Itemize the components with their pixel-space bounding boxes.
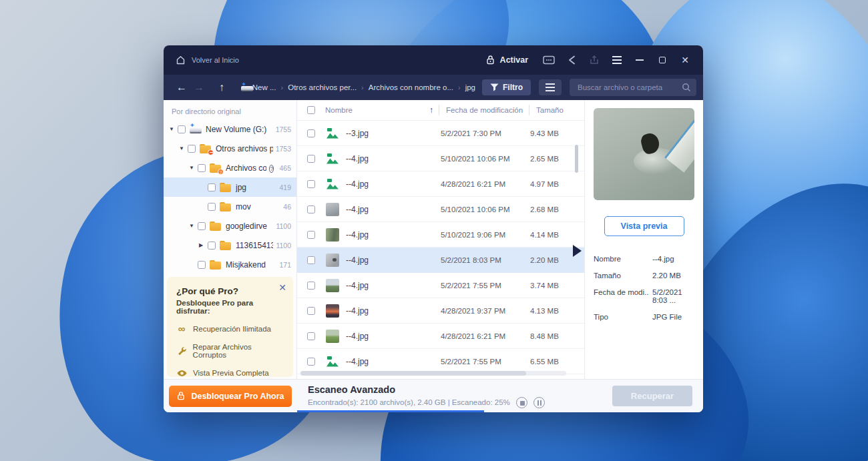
tree-checkbox[interactable] <box>198 164 206 172</box>
forward-arrow-icon[interactable]: → <box>190 81 208 93</box>
column-size[interactable]: Tamaño <box>529 106 584 114</box>
tree-checkbox[interactable] <box>208 203 216 211</box>
tree-item[interactable]: jpg ? 419 <box>164 177 296 197</box>
tree-item-label: Misjkakend <box>226 260 276 270</box>
column-name[interactable]: Nombre <box>325 106 353 114</box>
breadcrumb-item[interactable]: Otros archivos per... <box>288 83 357 91</box>
tree-item-count: 465 <box>279 164 291 172</box>
export-icon[interactable] <box>583 50 606 70</box>
row-checkbox[interactable] <box>307 358 315 366</box>
row-checkbox[interactable] <box>307 231 315 239</box>
caret-icon[interactable] <box>199 242 208 248</box>
caret-icon[interactable] <box>169 126 178 132</box>
tree-item[interactable]: Misjkakend ? 171 <box>164 255 296 274</box>
select-all-checkbox[interactable] <box>307 106 315 114</box>
sort-ascending-icon[interactable]: ↑ <box>429 105 433 115</box>
tree-item-label: Otros archivos per... <box>216 144 273 153</box>
tree-checkbox[interactable] <box>188 145 196 153</box>
folder-icon <box>220 202 232 211</box>
back-to-home[interactable]: Volver al Inicio <box>164 55 485 65</box>
table-row[interactable]: --4.jpg 5/10/2021 10:06 PM 2.68 MB <box>297 197 584 222</box>
tree-checkbox[interactable] <box>208 183 216 191</box>
file-thumbnail <box>326 330 339 343</box>
row-checkbox[interactable] <box>307 307 315 315</box>
tree-item[interactable]: Archivos con n... ? 465 <box>164 158 296 177</box>
tree-item[interactable]: mov ? 46 <box>164 197 296 216</box>
tree-item[interactable]: New Volume (G:) ? 1755 <box>164 119 296 139</box>
stop-scan-icon[interactable] <box>516 397 527 408</box>
scan-progress-bar <box>297 410 484 412</box>
preview-button[interactable]: Vista previa <box>604 216 684 236</box>
file-thumbnail <box>326 152 339 165</box>
lock-icon <box>485 55 495 65</box>
preview-panel: Vista previa Nombre --4.jpg Tamaño 2.20 … <box>584 100 703 379</box>
sidebar: Por directorio original New Volume (G:) … <box>164 100 297 379</box>
table-row[interactable]: --4.jpg 5/2/2021 8:03 PM 2.20 MB <box>297 248 584 273</box>
help-icon[interactable]: ? <box>269 165 274 173</box>
file-thumbnail <box>326 355 339 368</box>
view-options-button[interactable] <box>539 79 562 95</box>
tree-checkbox[interactable] <box>198 261 206 269</box>
activate-button[interactable]: Activar <box>485 55 528 65</box>
file-size: 4.14 MB <box>523 231 584 239</box>
caret-icon[interactable] <box>179 145 188 151</box>
close-button[interactable]: ✕ <box>674 50 696 70</box>
row-checkbox[interactable] <box>307 155 315 163</box>
row-checkbox[interactable] <box>307 256 315 264</box>
table-row[interactable]: --4.jpg 4/28/2021 6:21 PM 8.48 MB <box>297 324 584 349</box>
row-checkbox[interactable] <box>307 129 315 137</box>
file-name: --4.jpg <box>339 179 434 189</box>
tree-item-count: 171 <box>279 261 291 269</box>
folder-icon <box>220 241 232 250</box>
tree-item[interactable]: googledirve ? 1100 <box>164 216 296 236</box>
table-row[interactable]: --4.jpg 4/28/2021 9:37 PM 4.13 MB <box>297 298 584 324</box>
search-icon[interactable] <box>682 83 691 92</box>
promo-subtitle: Desbloquee Pro para disfrutar: <box>176 299 285 315</box>
file-size: 9.43 MB <box>523 129 584 137</box>
back-to-home-label: Volver al Inicio <box>192 56 239 64</box>
vertical-scrollbar[interactable] <box>575 145 578 173</box>
row-checkbox[interactable] <box>307 205 315 213</box>
tree-item-label: 1136154134406... <box>236 241 273 250</box>
menu-icon[interactable] <box>606 50 628 70</box>
tree-item[interactable]: 1136154134406... ? 1100 <box>164 236 296 255</box>
tree-checkbox[interactable] <box>208 242 216 250</box>
caret-icon[interactable] <box>189 165 198 171</box>
caret-icon[interactable] <box>189 223 198 229</box>
table-row[interactable]: --4.jpg 4/28/2021 6:21 PM 4.97 MB <box>297 171 584 197</box>
promo-close-icon[interactable]: ✕ <box>278 282 286 293</box>
horizontal-scrollbar[interactable] <box>300 371 566 376</box>
file-name: --4.jpg <box>339 332 434 341</box>
table-row[interactable]: --4.jpg 5/2/2021 7:55 PM 3.74 MB <box>297 273 584 298</box>
row-checkbox[interactable] <box>307 282 315 290</box>
back-arrow-icon[interactable]: ← <box>173 81 190 93</box>
window-body: Por directorio original New Volume (G:) … <box>164 100 703 379</box>
minimize-button[interactable] <box>628 50 651 70</box>
maximize-button[interactable] <box>651 50 674 70</box>
tree-item[interactable]: Otros archivos per... ? 1753 <box>164 139 296 158</box>
pause-scan-icon[interactable] <box>533 397 545 408</box>
search-input[interactable] <box>578 83 682 91</box>
breadcrumb-item[interactable]: Archivos con nombre o... <box>369 83 453 91</box>
preview-image[interactable] <box>594 108 694 200</box>
breadcrumb-item[interactable]: New ... <box>252 83 276 91</box>
search-box[interactable] <box>570 79 696 96</box>
breadcrumb-item[interactable]: jpg <box>465 83 475 91</box>
recover-button[interactable]: Recuperar <box>612 386 692 406</box>
share-icon[interactable] <box>560 50 583 70</box>
file-rows: --3.jpg 5/2/2021 7:30 PM 9.43 MB --4.jpg… <box>297 121 584 379</box>
feedback-icon[interactable] <box>537 50 560 70</box>
filter-button[interactable]: Filtro <box>482 79 531 95</box>
file-date: 5/2/2021 7:55 PM <box>434 358 523 366</box>
tree-checkbox[interactable] <box>198 222 206 230</box>
table-row[interactable]: --3.jpg 5/2/2021 7:30 PM 9.43 MB <box>297 121 584 146</box>
table-row[interactable]: --4.jpg 5/10/2021 10:06 PM 2.65 MB <box>297 146 584 171</box>
table-row[interactable]: --4.jpg 5/10/2021 9:06 PM 4.14 MB <box>297 222 584 248</box>
row-checkbox[interactable] <box>307 332 315 340</box>
row-checkbox[interactable] <box>307 180 315 188</box>
column-date[interactable]: Fecha de modificación <box>439 106 529 114</box>
up-arrow-icon[interactable]: ↑ <box>213 81 230 93</box>
unlock-pro-button[interactable]: Desbloquear Pro Ahora <box>169 386 292 407</box>
sidebar-header: Por directorio original <box>164 100 296 119</box>
tree-checkbox[interactable] <box>178 125 186 133</box>
